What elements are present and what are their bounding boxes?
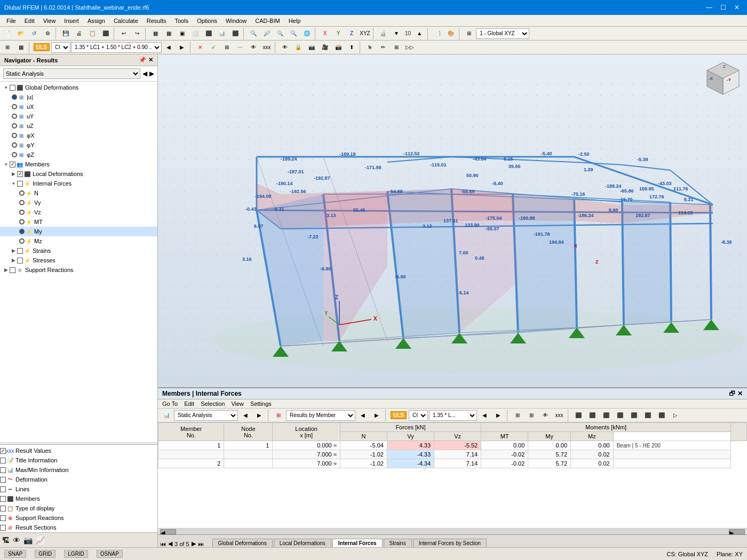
tb2-cursor[interactable]: 🖱 <box>363 42 376 53</box>
scroll-left-btn[interactable]: ◀ <box>160 529 176 534</box>
tab-strains[interactable]: Strains <box>384 539 412 547</box>
radio-uy[interactable] <box>12 114 17 119</box>
chk-strains[interactable] <box>17 248 23 254</box>
tree-item-uz[interactable]: ⊞ uZ <box>0 121 157 131</box>
nav-icon-camera[interactable]: 📷 <box>23 536 33 545</box>
tb-zoom3[interactable]: 🔍 <box>274 28 287 39</box>
tb2-xyz-badge[interactable]: xxx <box>260 42 273 53</box>
nav-support-reactions-lower[interactable]: ⊕ Support Reactions <box>0 513 157 523</box>
ttb-b10[interactable]: ⬛ <box>641 410 654 421</box>
chk-members[interactable] <box>10 162 15 167</box>
tb-globe[interactable]: 🌐 <box>300 28 313 39</box>
nav-lines[interactable]: ━ Lines <box>0 484 157 494</box>
ttb-b1[interactable]: ⊞ <box>511 410 524 421</box>
expand-strains[interactable]: ▶ <box>10 248 17 253</box>
chk-members-result[interactable] <box>0 496 6 502</box>
nav-type-display[interactable]: 📋 Type of display <box>0 503 157 513</box>
tb-y-axis[interactable]: Y <box>332 28 345 39</box>
tb-mag[interactable]: 🔬 <box>377 28 390 39</box>
tb-b1[interactable]: ▦ <box>149 28 162 39</box>
menu-insert[interactable]: Insert <box>60 17 83 25</box>
status-grid[interactable]: GRID <box>35 550 55 558</box>
status-lgrid[interactable]: LGRID <box>64 550 88 558</box>
nav-maxmin-info[interactable]: 📊 Max/Min Information <box>0 465 157 475</box>
tb-z-axis[interactable]: Z <box>345 28 358 39</box>
tb-b3[interactable]: ▣ <box>176 28 188 39</box>
ttb-b5[interactable]: ⬛ <box>572 410 585 421</box>
tb-layers[interactable]: 📑 <box>431 28 444 39</box>
radio-phix[interactable] <box>12 133 17 138</box>
table-menu-selection[interactable]: Selection <box>201 401 225 407</box>
tree-item-local-def[interactable]: ▶ ⬛ Local Deformations <box>0 169 157 179</box>
ttb-b4[interactable]: xxx <box>553 410 566 421</box>
tb2-more[interactable]: ▷▷ <box>403 42 416 53</box>
tree-item-global-deformations[interactable]: ▾ ⬛ Global Deformations <box>0 83 157 92</box>
tb2-b1[interactable]: ⊞ <box>220 42 233 53</box>
chk-type-display[interactable] <box>0 506 6 511</box>
tree-item-phiy[interactable]: ⊞ φY <box>0 140 157 150</box>
ttb-fprev[interactable]: ◀ <box>478 410 491 421</box>
ttb-b7[interactable]: ⬛ <box>600 410 613 421</box>
tb-save[interactable]: 💾 <box>59 28 72 39</box>
tb-undo[interactable]: ↩ <box>117 28 130 39</box>
tab-internal-forces-section[interactable]: Internal Forces by Section <box>413 539 487 547</box>
nav-next-btn[interactable]: ▶ <box>149 70 154 77</box>
expand-stresses[interactable]: ▶ <box>10 258 17 263</box>
radio-phiz[interactable] <box>12 152 17 157</box>
tb-print[interactable]: 🖨 <box>73 28 85 39</box>
formula-dropdown[interactable]: 1.35 * LC1 + 1.50 * LC2 + 0.90 ... <box>71 42 162 53</box>
chk-maxmin-info[interactable] <box>0 467 6 473</box>
tb2-check[interactable]: ✓ <box>207 42 220 53</box>
tree-item-phix[interactable]: ⊞ φX <box>0 131 157 140</box>
table-menu-edit[interactable]: Edit <box>184 401 194 407</box>
tree-item-stresses[interactable]: ▶ ⚡ Stresses <box>0 255 157 265</box>
table-menu-goto[interactable]: Go To <box>162 401 178 407</box>
tb2-photo[interactable]: 📸 <box>332 42 345 53</box>
tb-b2[interactable]: ▦ <box>162 28 175 39</box>
nav-pin-btn[interactable]: 📌 <box>139 57 146 63</box>
page-first[interactable]: ⏮ <box>160 541 166 547</box>
radio-Vy[interactable] <box>19 200 25 205</box>
chk-result-values[interactable] <box>0 448 6 454</box>
tree-item-uy[interactable]: ⊞ uY <box>0 111 157 121</box>
viewport-3d[interactable]: -189.24 -169.19 -112.52 -115.01 -43.64 6… <box>158 54 747 387</box>
cube-widget[interactable]: -Y -X Z <box>704 60 742 97</box>
tb-export[interactable]: ⬛ <box>99 28 112 39</box>
menu-results[interactable]: Results <box>142 17 171 25</box>
table-menu-view[interactable]: View <box>231 401 244 407</box>
ttb-prev2[interactable]: ◀ <box>356 410 369 421</box>
tb2-filter[interactable]: ⊞ <box>390 42 403 53</box>
tb-b5[interactable]: ⬛ <box>202 28 215 39</box>
tb-zoom1[interactable]: 🔍 <box>247 28 260 39</box>
status-osnap[interactable]: OSNAP <box>97 550 123 558</box>
tb2-movie[interactable]: 🎥 <box>319 42 331 53</box>
table-restore-btn[interactable]: 🗗 <box>729 390 735 397</box>
ttb-b2[interactable]: ⊞ <box>525 410 538 421</box>
nav-icon-load[interactable]: 👁 <box>13 536 20 545</box>
status-snap[interactable]: SNAP <box>4 550 26 558</box>
tb-b6[interactable]: 📊 <box>216 28 228 39</box>
chk-global-def[interactable] <box>10 85 15 91</box>
tb-refresh[interactable]: ↺ <box>28 28 41 39</box>
expand-local-def[interactable]: ▶ <box>10 171 17 177</box>
ttb-formula-dropdown[interactable]: 1.35 * L... <box>429 410 477 421</box>
tb2-layers2[interactable]: ▦ <box>14 42 27 53</box>
nav-analysis-dropdown[interactable]: Static Analysis <box>3 68 140 79</box>
nav-title-info[interactable]: 📝 Title Information <box>0 455 157 465</box>
tb-b7[interactable]: ⬛ <box>229 28 242 39</box>
ttb-b6[interactable]: ⬛ <box>586 410 599 421</box>
tree-item-phiz[interactable]: ⊞ φZ <box>0 150 157 159</box>
ttb-analysis-dropdown[interactable]: Static Analysis <box>174 410 238 421</box>
tb-xyz[interactable]: XYZ <box>359 28 371 39</box>
co6-dropdown[interactable]: CO6 <box>51 42 70 53</box>
tree-item-strains[interactable]: ▶ ⚡ Strains <box>0 246 157 255</box>
tb-cs[interactable]: ⊞ <box>463 28 475 39</box>
page-prev[interactable]: ◀ <box>168 540 172 547</box>
nav-result-sections[interactable]: ⊘ Result Sections <box>0 523 157 532</box>
tab-internal-forces[interactable]: Internal Forces <box>332 539 383 547</box>
table-menu-settings[interactable]: Settings <box>250 401 272 407</box>
nav-prev-btn[interactable]: ◀ <box>142 70 147 77</box>
menu-options[interactable]: Options <box>193 17 221 25</box>
cs-dropdown[interactable]: 1 - Global XYZ <box>476 28 529 39</box>
tree-item-support-reactions[interactable]: ▶ ⊕ Support Reactions <box>0 265 157 275</box>
